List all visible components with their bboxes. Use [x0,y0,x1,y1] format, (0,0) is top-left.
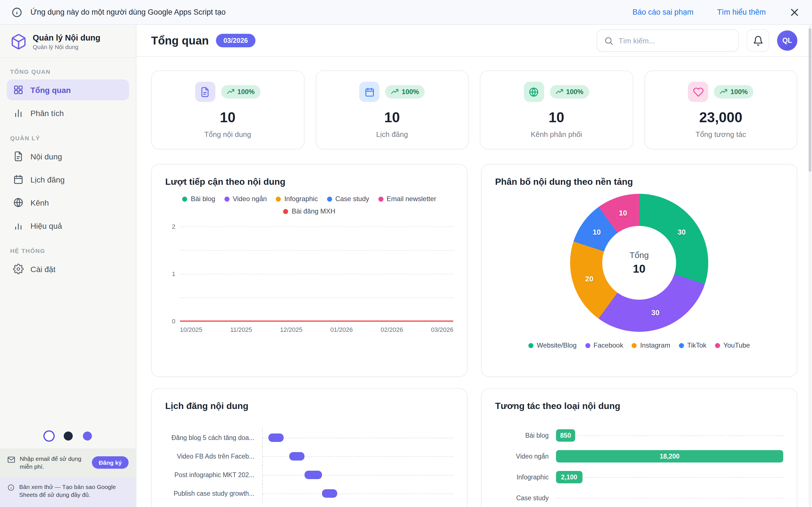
donut-slice-label: 10 [593,228,601,236]
x-tick: 01/2026 [331,326,353,333]
theme-swatches [0,432,136,441]
scrollbar[interactable] [809,25,811,507]
sidebar-item-tong-quan[interactable]: Tổng quan [7,79,129,100]
gear-icon [13,264,24,274]
gantt-bar [290,452,305,460]
y-tick: 1 [172,270,175,277]
trend-up-icon [555,88,563,96]
donut-slice-label: 20 [585,275,593,283]
sidebar-section-manage: QUẢN LÝ [10,135,126,142]
bar-chart-icon [13,108,24,118]
hbar-category-label: Case study [495,494,556,501]
gantt-row: Publish case study growth... [165,484,453,503]
banner-message: Ứng dụng này do một người dùng Google Ap… [31,8,225,16]
heart-icon [688,82,709,102]
sidebar-item-label: Phân tích [31,108,64,117]
charts-row-top: Lượt tiếp cận theo nội dung Bài blog Vid… [151,164,797,377]
sidebar-item-label: Cài đặt [31,265,56,274]
sidebar-item-kenh[interactable]: Kênh [7,192,129,213]
calendar-icon [13,174,24,185]
close-icon[interactable] [790,6,801,18]
hbar-row: Case study [495,487,783,507]
sidebar-item-noi-dung[interactable]: Nội dung [7,146,129,167]
bell-icon [753,35,763,46]
chart-title: Lịch đăng nội dung [165,401,453,411]
stat-label: Kênh phân phối [488,130,624,138]
legend-dot [715,343,720,348]
app-root: Ứng dụng này do một người dùng Google Ap… [0,0,812,507]
x-tick: 03/2026 [431,326,453,333]
line-legend-item: Bài đăng MXH [283,207,336,215]
sidebar-item-phan-tich[interactable]: Phân tích [7,103,129,123]
main-content: Tổng quan 03/2026 QL [137,25,812,507]
report-abuse-link[interactable]: Báo cáo sai phạm [632,8,693,16]
stat-value: 10 [160,109,296,126]
grid-icon [13,84,24,95]
gantt-task-label: Publish case study growth... [165,490,262,497]
legend-dot [276,196,281,202]
sidebar-item-label: Nội dung [31,152,62,161]
stat-card-schedule: 100% 10 Lịch đăng [315,70,469,149]
signup-button[interactable]: Đăng ký [92,457,129,469]
sidebar-item-hieu-qua[interactable]: Cài đặt Hiệu quả [7,215,129,236]
hbar-rows: Bài blog 850 Video ngắn 18,200 Infograph… [495,425,783,507]
donut-center-label: Tổng [629,250,649,260]
legend-dot [378,196,383,202]
donut-slice-label: 30 [651,308,659,317]
theme-swatch[interactable] [63,432,72,441]
search-input[interactable] [619,36,731,45]
sidebar-item-lich-dang[interactable]: Lịch đăng [7,169,129,190]
email-notice-text: Nhập email để sử dụng miễn phí. [20,455,87,471]
gantt-row: Post infographic MKT 202... [165,465,453,484]
gantt-row: Video FB Ads trên Faceb... [165,447,453,465]
gantt-task-label: Video FB Ads trên Faceb... [165,453,262,459]
plot-area [180,226,453,321]
globe-icon [13,197,24,208]
scrollbar-thumb[interactable] [809,28,811,172]
learn-more-link[interactable]: Tìm hiểu thêm [717,8,766,16]
search-box [597,29,739,52]
sidebar-item-label: Lịch đăng [31,175,64,184]
trend-badge: 100% [714,85,753,99]
performance-icon [13,220,24,231]
legend-dot [528,343,534,348]
hbar-category-label: Infographic [495,473,556,480]
notifications-button[interactable] [747,29,769,52]
y-tick: 2 [172,223,175,230]
stat-value: 10 [324,109,460,126]
line-legend-item: Infographic [276,195,318,203]
trial-notice-text: Bản xem thử — Tạo bản sao Google Sheets … [19,483,129,499]
x-tick: 11/2025 [230,326,252,333]
gantt-bar [322,489,337,497]
document-icon [13,151,24,162]
hbar-category-label: Video ngắn [495,453,556,459]
gantt-row: Đăng blog 5 cách tăng doa... [165,428,453,447]
donut-slice-label: 10 [619,209,627,217]
trend-badge: 100% [550,85,589,99]
search-icon [604,36,613,45]
gantt-bar [305,470,322,479]
email-signup-box: Nhập email để sử dụng miễn phí. Đăng ký [0,449,136,477]
stat-card-engagement: 100% 23,000 Tổng tương tác [644,70,797,149]
chart-title: Lượt tiếp cận theo nội dung [165,177,453,187]
theme-swatch[interactable] [83,432,92,441]
envelope-icon [7,456,15,464]
donut-wrap: 30 30 20 10 10 Tổng 10 [570,194,708,332]
app-title: Quản lý Nội dung [33,33,100,42]
hbar: 2,100 [556,471,582,483]
donut-legend-item: Facebook [585,341,623,349]
legend-dot [585,343,590,348]
chart-title: Tương tác theo loại nội dung [495,401,783,411]
trial-notice-box: Bản xem thử — Tạo bản sao Google Sheets … [0,477,136,507]
stat-value: 23,000 [653,109,789,126]
avatar[interactable]: QL [777,31,797,51]
app-subtitle: Quản lý Nội dung [33,43,100,50]
chart-title: Phân bố nội dung theo nền tảng [495,177,783,187]
theme-swatch[interactable] [44,432,53,441]
hbar-chart-card: Tương tác theo loại nội dung Bài blog 85… [481,388,797,507]
trend-up-icon [720,88,728,96]
sidebar-item-cai-dat[interactable]: Cài đặt [7,259,129,279]
line-legend-item: Case study [327,195,369,203]
trend-badge: 100% [221,85,260,99]
page-title: Tổng quan [151,34,209,47]
